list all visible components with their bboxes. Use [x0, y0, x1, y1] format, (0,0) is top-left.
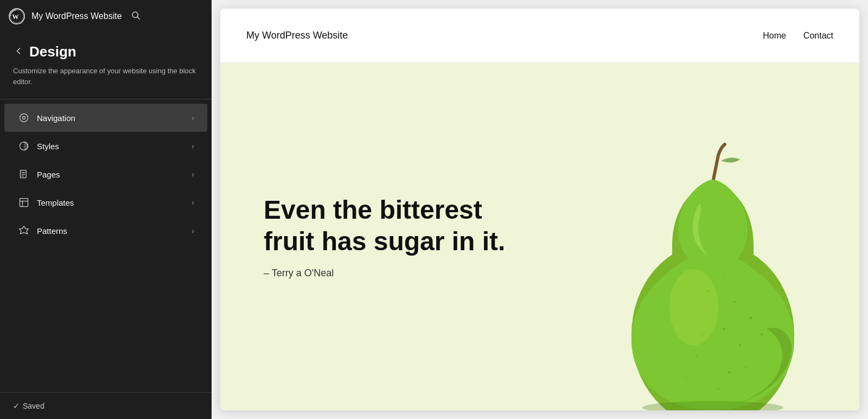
back-button[interactable]: [13, 46, 24, 58]
svg-point-22: [696, 355, 698, 357]
nav-link-home[interactable]: Home: [763, 31, 786, 41]
check-icon: ✓: [13, 402, 20, 410]
menu-item-templates[interactable]: Templates ›: [4, 188, 207, 217]
divider: [0, 99, 212, 99]
styles-icon: [17, 139, 30, 153]
website-site-name: My WordPress Website: [246, 30, 348, 41]
patterns-label: Patterns: [37, 226, 192, 236]
sidebar-content: Design Customize the appearance of your …: [0, 33, 212, 392]
menu-item-patterns[interactable]: Patterns ›: [4, 217, 207, 245]
templates-label: Templates: [37, 198, 192, 207]
hero-quote: Even the bitterest fruit has sugar in it…: [264, 194, 535, 257]
svg-point-26: [717, 388, 719, 390]
design-section-title: Design: [13, 43, 199, 60]
top-bar-site-title: My WordPress Website: [31, 11, 122, 21]
saved-label: Saved: [23, 402, 44, 410]
preview-area: My WordPress Website Home Contact Even t…: [212, 0, 868, 419]
svg-point-6: [23, 117, 25, 119]
templates-icon: [17, 196, 30, 209]
pages-label: Pages: [37, 170, 192, 179]
svg-line-4: [137, 17, 139, 19]
design-description: Customize the appearance of your website…: [13, 66, 199, 87]
navigation-label: Navigation: [37, 113, 192, 123]
menu-item-pages[interactable]: Pages ›: [4, 160, 207, 188]
search-button[interactable]: [129, 8, 143, 25]
patterns-chevron: ›: [192, 226, 194, 235]
top-bar: W My WordPress Website: [0, 0, 212, 33]
website-nav: Home Contact: [763, 31, 833, 41]
hero-section: Even the bitterest fruit has sugar in it…: [220, 63, 859, 410]
svg-point-23: [728, 371, 730, 373]
svg-point-20: [723, 328, 725, 330]
sidebar-footer: ✓ Saved: [0, 392, 212, 419]
saved-indicator: ✓ Saved: [13, 402, 44, 410]
design-header: Design Customize the appearance of your …: [0, 33, 212, 94]
hero-text: Even the bitterest fruit has sugar in it…: [264, 194, 816, 279]
website-preview: My WordPress Website Home Contact Even t…: [220, 9, 859, 410]
hero-attribution: – Terry a O'Neal: [264, 268, 816, 279]
styles-chevron: ›: [192, 142, 194, 150]
navigation-icon: [17, 111, 30, 124]
menu-item-navigation[interactable]: Navigation ›: [4, 104, 207, 132]
wordpress-logo: W: [9, 8, 25, 24]
svg-point-18: [669, 269, 718, 345]
svg-point-21: [739, 344, 741, 346]
svg-point-28: [761, 334, 763, 335]
navigation-chevron: ›: [192, 113, 194, 122]
svg-point-27: [685, 377, 687, 379]
svg-point-29: [734, 301, 736, 303]
templates-chevron: ›: [192, 198, 194, 207]
pages-icon: [17, 168, 30, 181]
svg-point-25: [745, 366, 746, 368]
svg-text:W: W: [12, 13, 19, 21]
svg-point-30: [750, 317, 752, 319]
design-menu: Navigation › Styles ›: [0, 104, 212, 245]
svg-point-5: [20, 114, 28, 122]
patterns-icon: [17, 224, 30, 237]
nav-link-contact[interactable]: Contact: [803, 31, 833, 41]
svg-rect-12: [20, 199, 28, 207]
svg-point-24: [701, 334, 703, 335]
pages-chevron: ›: [192, 170, 194, 179]
styles-label: Styles: [37, 142, 192, 151]
sidebar: W My WordPress Website Design Customize …: [0, 0, 212, 419]
menu-item-styles[interactable]: Styles ›: [4, 132, 207, 160]
website-header: My WordPress Website Home Contact: [220, 9, 859, 63]
svg-point-31: [707, 290, 709, 292]
